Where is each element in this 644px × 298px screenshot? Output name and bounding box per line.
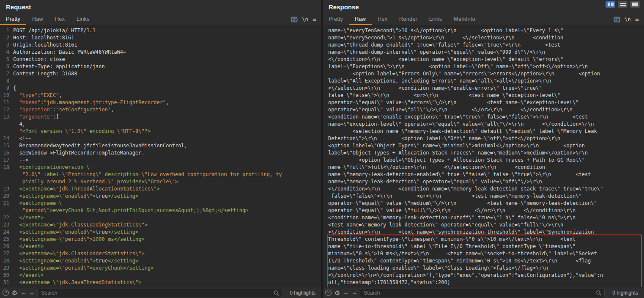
gear-icon[interactable]: ⚙ <box>12 290 17 296</box>
syntax-highlight-icon[interactable] <box>291 16 298 23</box>
response-code-line: name=\"exception-level\" operator=\"equa… <box>323 121 644 128</box>
request-code-line: "2.0\" label=\"Profiling\" description=\… <box>0 171 321 178</box>
request-code-line: 17 --> <box>0 157 321 164</box>
response-code-line: <\/condition>\r\n <selection name=\"exce… <box>323 56 644 63</box>
next-match-button[interactable]: → <box>351 290 357 295</box>
help-icon[interactable]: ? <box>3 290 9 296</box>
request-code-line: 15 Recommendedwaytoedit.jfcfilesistouseJ… <box>0 142 321 149</box>
request-code-line: 25 <settingname=\"period\">1000 ms</sett… <box>0 236 321 243</box>
request-search-input[interactable] <box>37 289 282 297</box>
request-code-line: 24 <settingname=\"enabled\">true</settin… <box>0 229 321 236</box>
request-code-line: 28 <settingname=\"enabled\">true</settin… <box>0 257 321 265</box>
response-code-line: operator=\"equal\" value=\"full\"\/>\r\n… <box>323 207 644 214</box>
request-tab-pretty[interactable]: Pretty <box>0 14 26 25</box>
response-code-line: <\/condition>\r\n <text name=\"synchroni… <box>323 229 644 236</box>
request-editor[interactable]: 1POST /api/jolokia/ HTTP/1.12Host: local… <box>0 25 321 287</box>
request-code-line: 2Host: localhost:8161 <box>0 34 321 41</box>
response-code-line: Threshold\" contentType=\"timespan\" min… <box>323 236 644 243</box>
magnifier-icon <box>596 290 602 298</box>
response-highlight-count: 0 highlights <box>608 290 641 296</box>
request-code-line: "period\">everyChunk &lt;%out.printIn(&q… <box>0 207 321 214</box>
layout-controls <box>606 1 640 8</box>
response-code-line: <option label=\"Errors Only\" name=\"err… <box>323 70 644 77</box>
response-tab-markinfo[interactable]: MarkInfo <box>448 14 481 25</box>
request-code-line: 26 </event> <box>0 243 321 250</box>
response-panel-title: Response <box>329 3 359 11</box>
response-code-line: false=\"false\">\r\n <or>\r\n <test name… <box>323 193 644 200</box>
response-code-line: operator=\"equal\" value=\"medium\"\/>\r… <box>323 200 644 207</box>
response-code-line: <\/condition>\r\n <condition name=\"memo… <box>323 185 644 193</box>
menu-icon[interactable]: ≡ <box>312 16 316 23</box>
response-code-line: I\/O Threshold\" contentType=\"timespan\… <box>323 257 644 265</box>
response-tab-hex[interactable]: Hex <box>372 14 393 25</box>
magnifier-icon <box>273 290 279 298</box>
response-code-line: <condition name=\"enable-exceptions\" tr… <box>323 113 644 121</box>
request-code-line: 27 <eventname=\"jdk.ClassLoaderStatistic… <box>0 250 321 257</box>
response-tab-render[interactable]: Render <box>393 14 423 25</box>
request-tab-hex[interactable]: Hex <box>49 14 71 25</box>
response-tab-tools: \n ≡ <box>614 14 644 25</box>
request-code-line: 14 <!-- <box>0 135 321 142</box>
response-code-line: name=\"file-io-threshold\" label=\"File … <box>323 243 644 250</box>
request-code-line: "<?xml version=\"1.0\" encoding=\"UTF-8\… <box>0 128 321 135</box>
response-code-line: name=\"memory-leak-detection-enabled\" t… <box>323 171 644 178</box>
response-searchbar: ? ⚙ ← → 0 highlights <box>323 287 644 298</box>
request-code-line: 20 <settingname=\"enabled\">true</settin… <box>0 193 321 200</box>
response-code-line: <selection name=\"memory-leak-detection\… <box>323 128 644 135</box>
request-code-line: 4, <box>0 121 321 128</box>
layout-rows-button[interactable] <box>618 1 628 8</box>
request-code-line: 9{ <box>0 85 321 92</box>
request-code-line: 3Origin:localhost:8161 <box>0 41 321 49</box>
response-code-line: operator=\"equal\" value=\"errors\"\/>\r… <box>323 99 644 106</box>
response-code-line: name=\"everySecond\">1 s<\/option>\r\n <… <box>323 34 644 41</box>
newline-toggle-button[interactable]: \n <box>625 17 630 22</box>
response-code-line: <option label=\"Object Types + Allocatio… <box>323 157 644 164</box>
response-code-line: operator=\"equal\" value=\"all\"\/>\r\n … <box>323 106 644 113</box>
response-code-line: label=\"All Exceptions, including Errors… <box>323 77 644 85</box>
request-panel: Request PrettyRawHexLinks \n ≡ 1POST /ap… <box>0 0 321 298</box>
next-match-button[interactable]: → <box>29 290 34 295</box>
request-code-line: 23 <eventname=\"jdk.ClassLoadingStatisti… <box>0 221 321 229</box>
layout-tabs-button[interactable] <box>630 1 640 8</box>
response-code-line: name=\"full\">full<\/option>\r\n <\/sele… <box>323 164 644 171</box>
help-icon[interactable]: ? <box>325 290 332 296</box>
response-code-line: name=\"memory-leak-detection\" operator=… <box>323 178 644 185</box>
request-code-line: 18 <configurationversion=\ <box>0 164 321 171</box>
response-code-line: label=\"Exceptions\">\r\n <option label=… <box>323 63 644 70</box>
request-panel-title: Request <box>6 3 31 11</box>
prev-match-button[interactable]: ← <box>20 290 26 295</box>
message-editor-workspace: Request PrettyRawHexLinks \n ≡ 1POST /ap… <box>0 0 644 298</box>
response-code-line: name=\"thread-dump-interval\" operator=\… <box>323 49 644 56</box>
response-code-line: <option label=\"Object Types\" name=\"mi… <box>323 142 644 149</box>
request-code-line: 30 </event> <box>0 272 321 279</box>
request-code-line: 6Content-Type: application/json <box>0 63 321 70</box>
response-code-line: false=\"false\">\r\n <or>\r\n <test name… <box>323 92 644 99</box>
gear-icon[interactable]: ⚙ <box>334 290 340 296</box>
request-code-line: 8 <box>0 77 321 85</box>
response-code-line: <\/selection>\r\n <condition name=\"enab… <box>323 85 644 92</box>
request-code-line: 12 "operation":"setConfiguration", <box>0 106 321 113</box>
request-tab-links[interactable]: Links <box>71 14 95 25</box>
response-tab-links[interactable]: Links <box>423 14 448 25</box>
response-code-line: minimum=\"0 s\">10 ms<\/text>\r\n <text … <box>323 250 644 257</box>
request-panel-header: Request <box>0 0 321 14</box>
request-tabbar: PrettyRawHexLinks \n ≡ <box>0 14 321 25</box>
prev-match-button[interactable]: ← <box>343 290 348 295</box>
response-editor[interactable]: name=\"everyTenSecond\">10 s<\/option>\r… <box>323 25 644 287</box>
request-code-line: 32 <settingname=\"enabled\">true</settin… <box>0 286 321 287</box>
response-search-input[interactable] <box>360 289 605 297</box>
request-code-line: 7Content-Length: 31688 <box>0 70 321 77</box>
response-code-line: label=\"Object Types + Allocation Stack … <box>323 149 644 157</box>
request-code-line: 4Authorization: Basic YWRtaW46YWRtaW4= <box>0 49 321 56</box>
response-code-line: <\/control>\r\n<\/configuration>"],"type… <box>323 272 644 279</box>
request-tab-raw[interactable]: Raw <box>26 14 49 25</box>
response-code-line: name=\"everyTenSecond\">10 s<\/option>\r… <box>323 27 644 34</box>
menu-icon[interactable]: ≡ <box>635 16 639 23</box>
syntax-highlight-icon[interactable] <box>614 16 620 23</box>
layout-columns-button[interactable] <box>606 1 615 8</box>
response-tab-pretty[interactable]: Pretty <box>323 14 349 25</box>
response-code-line: ull,"timestamp":1701358472,"status":200} <box>323 279 644 286</box>
response-tab-raw[interactable]: Raw <box>349 14 372 25</box>
newline-toggle-button[interactable]: \n <box>302 17 308 22</box>
request-code-line: 1POST /api/jolokia/ HTTP/1.1 <box>0 27 321 34</box>
